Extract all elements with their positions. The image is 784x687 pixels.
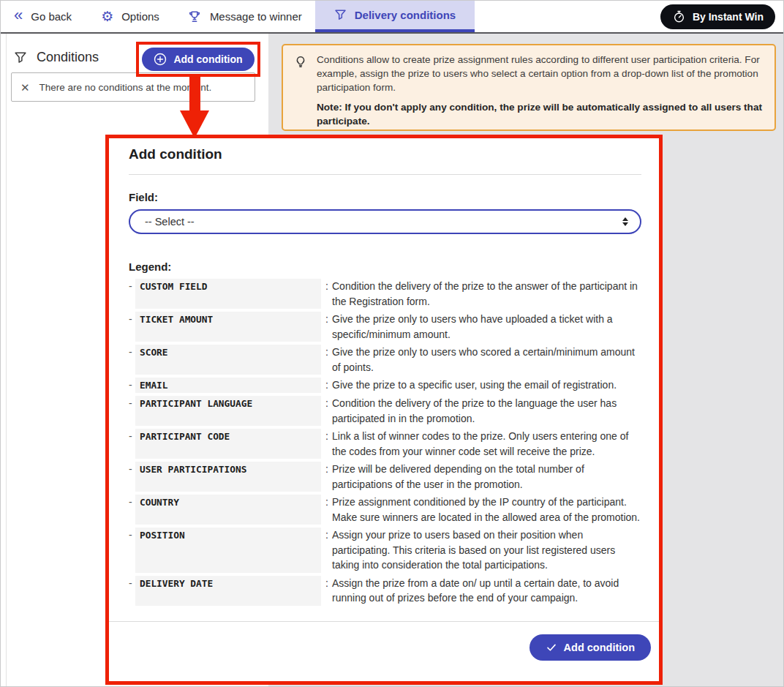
legend-dash: - [129, 378, 135, 393]
legend-description: Prize assignment conditioned by the IP c… [331, 495, 641, 525]
legend-description: Condition the delivery of the prize to t… [331, 279, 641, 309]
legend-description: Link a list of winner codes to the prize… [331, 429, 641, 459]
legend-term: PARTICIPANT CODE [135, 429, 321, 459]
legend-row: - CUSTOM FIELD : Condition the delivery … [129, 279, 641, 309]
info-description: Conditions allow to create prize assignm… [317, 53, 764, 94]
go-back-button[interactable]: « Go back [14, 1, 72, 32]
gear-icon: ⚙ [101, 10, 113, 23]
modal-title: Add condition [129, 146, 641, 163]
legend-dash: - [129, 576, 135, 606]
legend-description: Give the prize to a specific user, using… [331, 378, 641, 393]
message-to-winner-label: Message to winner [210, 10, 302, 23]
legend-colon: : [321, 396, 331, 426]
legend-description: Condition the delivery of the prize to t… [331, 396, 641, 426]
legend-description: Prize will be delivered depending on the… [331, 462, 641, 492]
legend-dash: - [129, 429, 135, 459]
legend-term: USER PARTICIPATIONS [135, 462, 321, 492]
tab-options[interactable]: ⚙ Options [101, 1, 159, 32]
legend-row: - TICKET AMOUNT : Give the prize only to… [129, 312, 641, 342]
legend-row: - PARTICIPANT CODE : Link a list of winn… [129, 429, 641, 459]
annotation-arrow-shaft [189, 76, 200, 112]
legend-dash: - [129, 396, 135, 426]
legend-colon: : [321, 345, 331, 375]
info-text-block: Conditions allow to create prize assignm… [317, 53, 764, 121]
chevrons-left-icon: « [14, 7, 23, 23]
legend-row: - DELIVERY DATE : Assign the prize from … [129, 576, 641, 606]
annotation-highlight-box: Add condition [136, 42, 260, 77]
conditions-info-box: Conditions allow to create prize assignm… [282, 44, 776, 131]
tab-delivery-conditions[interactable]: Delivery conditions [315, 1, 475, 32]
legend-description: Give the prize only to users who have up… [331, 312, 641, 342]
modal-footer-divider [109, 621, 659, 622]
add-condition-label: Add condition [173, 53, 242, 65]
empty-conditions-message: There are no conditions at the moment. [39, 82, 212, 93]
legend-label: Legend: [129, 260, 641, 274]
legend-row: - SCORE : Give the prize only to users w… [129, 345, 641, 375]
legend-list: - CUSTOM FIELD : Condition the delivery … [129, 279, 641, 606]
legend-dash: - [129, 312, 135, 342]
field-label: Field: [129, 191, 641, 204]
legend-colon: : [321, 279, 331, 309]
funnel-icon [14, 51, 27, 64]
legend-colon: : [321, 312, 331, 342]
by-instant-win-label: By Instant Win [693, 11, 764, 23]
plus-circle-icon [154, 53, 167, 66]
legend-row: - PARTICIPANT LANGUAGE : Condition the d… [129, 396, 641, 426]
stopwatch-icon [672, 10, 686, 23]
legend-row: - USER PARTICIPATIONS : Prize will be de… [129, 462, 641, 492]
legend-colon: : [321, 576, 331, 606]
legend-dash: - [129, 462, 135, 492]
legend-description: Give the prize only to users who scored … [331, 345, 641, 375]
legend-term: EMAIL [135, 378, 321, 393]
modal-title-divider [129, 174, 641, 175]
legend-colon: : [321, 429, 331, 459]
legend-term: PARTICIPANT LANGUAGE [135, 396, 321, 426]
legend-row: - POSITION : Assign your prize to users … [129, 528, 641, 573]
nav-spacer [475, 1, 660, 32]
submit-add-condition-button[interactable]: Add condition [529, 634, 651, 661]
annotation-arrow-head [180, 110, 209, 138]
submit-add-condition-label: Add condition [564, 642, 635, 653]
field-select-value: -- Select -- [145, 216, 195, 228]
tab-message-to-winner[interactable]: Message to winner [187, 1, 302, 32]
legend-colon: : [321, 462, 331, 492]
modal-footer: Add condition [129, 634, 651, 661]
app-window: « Go back ⚙ Options Message to winner [0, 0, 784, 687]
legend-dash: - [129, 495, 135, 525]
legend-term: CUSTOM FIELD [135, 279, 321, 309]
delivery-conditions-label: Delivery conditions [355, 9, 456, 21]
empty-conditions-box: ✕ There are no conditions at the moment. [11, 72, 255, 102]
legend-term: DELIVERY DATE [135, 576, 321, 606]
info-note: Note: If you don't apply any condition, … [317, 101, 764, 129]
legend-dash: - [129, 528, 135, 573]
check-icon [546, 642, 557, 653]
options-label: Options [121, 10, 159, 23]
legend-colon: : [321, 495, 331, 525]
by-instant-win-badge[interactable]: By Instant Win [660, 4, 775, 29]
add-condition-button[interactable]: Add condition [142, 48, 255, 71]
funnel-icon [334, 9, 347, 21]
updown-arrows-icon [622, 217, 628, 226]
legend-row: - EMAIL : Give the prize to a specific u… [129, 378, 641, 393]
legend-row: - COUNTRY : Prize assignment conditioned… [129, 495, 641, 525]
legend-colon: : [321, 528, 331, 573]
legend-dash: - [129, 345, 135, 375]
go-back-label: Go back [31, 10, 72, 23]
conditions-title: Conditions [37, 50, 99, 65]
legend-description: Assign the prize from a date on/ up unti… [331, 576, 641, 606]
conditions-header: Conditions [14, 50, 99, 65]
add-condition-modal: Add condition Field: -- Select -- Legend… [105, 135, 663, 685]
legend-dash: - [129, 279, 135, 309]
lightbulb-icon [293, 55, 308, 121]
legend-term: TICKET AMOUNT [135, 312, 321, 342]
legend-term: COUNTRY [135, 495, 321, 525]
legend-term: SCORE [135, 345, 321, 375]
legend-term: POSITION [135, 528, 321, 573]
trophy-icon [187, 10, 202, 24]
top-navigation: « Go back ⚙ Options Message to winner [1, 1, 783, 34]
legend-description: Assign your prize to users based on thei… [331, 528, 641, 573]
legend-colon: : [321, 378, 331, 393]
close-icon: ✕ [20, 82, 30, 93]
field-select[interactable]: -- Select -- [129, 209, 641, 234]
